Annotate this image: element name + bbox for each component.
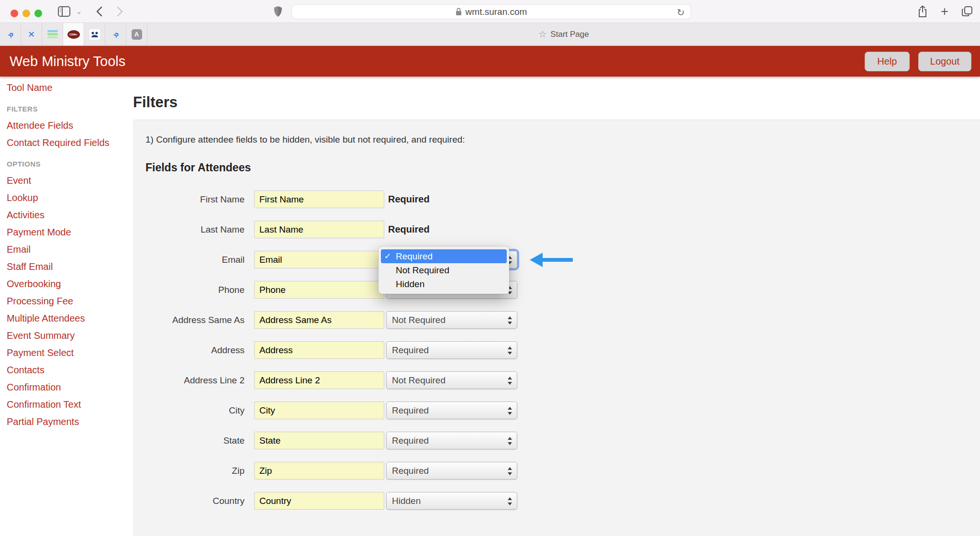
checkmark-icon: ✓ [384, 251, 396, 261]
section-title: Fields for Attendees [145, 161, 966, 174]
first-name-input[interactable] [254, 190, 384, 208]
status-dropdown-menu: ✓ Required Not Required Hidden [379, 246, 509, 294]
last-name-input[interactable] [254, 221, 384, 238]
sidebar-item-multiple-attendees[interactable]: Multiple Attendees [7, 313, 133, 324]
field-label: State [145, 436, 245, 446]
state-input[interactable] [254, 432, 384, 449]
address-same-as-input[interactable] [254, 311, 384, 329]
stepper-icon [507, 467, 512, 478]
select-value: Not Required [392, 315, 445, 325]
select-value: Required [392, 345, 429, 356]
sidebar: Tool Name FILTERS Attendee Fields Contac… [0, 77, 133, 536]
form-row-phone: Phone [145, 281, 966, 299]
pinned-tab[interactable]: » [0, 23, 21, 45]
field-label: Last Name [145, 224, 245, 235]
pinned-tab[interactable]: A [126, 23, 147, 45]
sidebar-item-processing-fee[interactable]: Processing Fee [7, 296, 133, 307]
address-bar[interactable]: wmt.suran.com ↻ [291, 4, 691, 19]
country-input[interactable] [254, 492, 384, 510]
city-status-select[interactable]: Required [386, 402, 517, 419]
sidebar-item-event-summary[interactable]: Event Summary [7, 330, 133, 341]
stepper-icon [507, 407, 512, 417]
stepper-icon [507, 437, 512, 447]
sidebar-item-overbooking[interactable]: Overbooking [7, 279, 133, 290]
sidebar-item-confirmation-text[interactable]: Confirmation Text [7, 399, 133, 410]
status-text: Required [388, 224, 430, 235]
sidebar-item-tool-name[interactable]: Tool Name [7, 82, 133, 93]
share-icon[interactable] [915, 0, 930, 23]
window-minimize-button[interactable] [22, 10, 30, 17]
pinned-tab[interactable] [84, 23, 105, 45]
app-title: Web Ministry Tools [10, 54, 125, 69]
url-text: wmt.suran.com [466, 7, 527, 17]
menu-item-not-required[interactable]: Not Required [381, 263, 507, 277]
sidebar-item-payment-mode[interactable]: Payment Mode [7, 227, 133, 238]
field-label: Country [145, 496, 245, 506]
logout-button[interactable]: Logout [918, 52, 971, 71]
form-row-last-name: Last Name Required [145, 221, 966, 238]
zip-status-select[interactable]: Required [386, 462, 517, 480]
menu-item-label: Hidden [396, 279, 424, 290]
pinned-tab[interactable]: ✕ [21, 23, 42, 45]
country-status-select[interactable]: Hidden [386, 492, 517, 510]
tab-bar: » ✕ CDM+ » A ☆ Start Page [0, 23, 980, 46]
menu-item-hidden[interactable]: Hidden [381, 277, 507, 291]
sidebar-item-email[interactable]: Email [7, 244, 133, 255]
form-row-address-line-2: Address Line 2 Not Required [145, 371, 966, 389]
app-header: Web Ministry Tools Help Logout [0, 46, 980, 77]
address-line-2-input[interactable] [254, 371, 384, 389]
sidebar-item-attendee-fields[interactable]: Attendee Fields [7, 120, 133, 131]
sidebar-item-partial-payments[interactable]: Partial Payments [7, 416, 133, 427]
sidebar-item-lookup[interactable]: Lookup [7, 192, 133, 203]
form-row-city: City Required [145, 402, 966, 419]
city-input[interactable] [254, 402, 384, 419]
pinned-tab[interactable]: » [105, 23, 126, 45]
field-label: City [145, 405, 245, 416]
zip-input[interactable] [254, 462, 384, 480]
instruction-text: 1) Configure attendee fields to be hidde… [145, 134, 966, 145]
address-status-select[interactable]: Required [386, 341, 517, 359]
page-title: Filters [133, 94, 980, 111]
pinned-tab-active[interactable]: CDM+ [63, 23, 84, 45]
window-zoom-button[interactable] [34, 10, 42, 17]
help-button[interactable]: Help [865, 52, 910, 71]
forward-button[interactable] [113, 0, 127, 23]
attendee-fields-form: First Name Required Last Name Required E… [145, 190, 966, 510]
privacy-shield-icon[interactable] [271, 0, 285, 23]
form-row-address: Address Required [145, 341, 966, 359]
tab-start-page[interactable]: ☆ Start Page [147, 23, 980, 45]
sidebar-item-activities[interactable]: Activities [7, 210, 133, 221]
sidebar-item-confirmation[interactable]: Confirmation [7, 382, 133, 393]
jira-arrows-icon: » [110, 28, 122, 40]
annotation-arrow-icon [530, 251, 573, 268]
address-line-2-status-select[interactable]: Not Required [386, 371, 517, 389]
sidebar-item-event[interactable]: Event [7, 175, 133, 186]
pinned-tab[interactable] [42, 23, 63, 45]
stepper-icon [507, 497, 512, 508]
chevron-down-icon[interactable]: ⌄ [74, 0, 84, 23]
sidebar-item-contact-required-fields[interactable]: Contact Required Fields [7, 137, 133, 148]
menu-item-required[interactable]: ✓ Required [381, 249, 507, 263]
state-status-select[interactable]: Required [386, 432, 517, 449]
reload-icon[interactable]: ↻ [677, 7, 685, 18]
sidebar-item-contacts[interactable]: Contacts [7, 365, 133, 376]
sidebar-item-staff-email[interactable]: Staff Email [7, 261, 133, 272]
stepper-icon [507, 316, 512, 327]
phone-input[interactable] [254, 281, 384, 299]
back-button[interactable] [92, 0, 106, 23]
form-row-state: State Required [145, 432, 966, 449]
address-input[interactable] [254, 341, 384, 359]
sidebar-item-payment-select[interactable]: Payment Select [7, 347, 133, 358]
window-close-button[interactable] [11, 10, 18, 17]
sidebar-toggle-icon[interactable] [56, 0, 72, 23]
email-input[interactable] [254, 251, 384, 268]
address-same-as-status-select[interactable]: Not Required [386, 311, 517, 329]
tab-overview-icon[interactable] [959, 0, 975, 23]
form-row-first-name: First Name Required [145, 190, 966, 208]
lock-icon [456, 8, 462, 16]
main-content: Filters 1) Configure attendee fields to … [133, 77, 980, 536]
menu-item-label: Required [396, 251, 433, 262]
select-value: Required [392, 466, 429, 476]
new-tab-button[interactable]: + [937, 0, 952, 23]
jira-arrows-icon: » [4, 28, 16, 40]
